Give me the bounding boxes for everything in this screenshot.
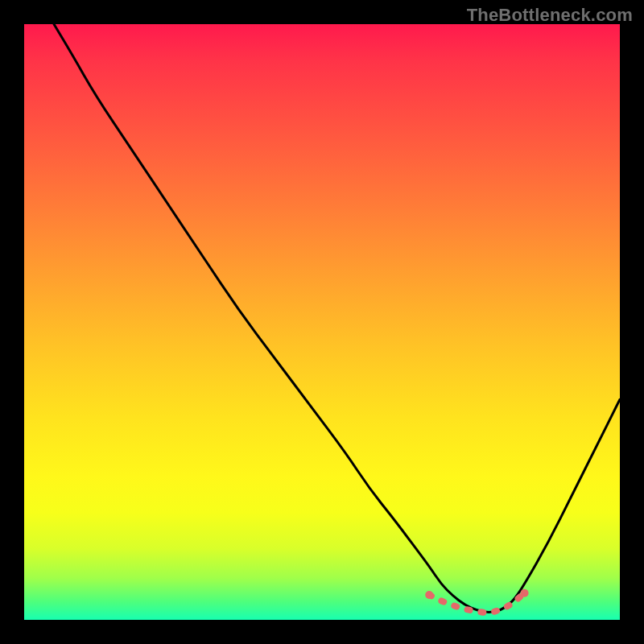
bottleneck-curve [54, 24, 620, 612]
chart-frame: TheBottleneck.com [0, 0, 644, 644]
plot-svg [24, 24, 620, 620]
plot-gradient-area [24, 24, 620, 620]
watermark-text: TheBottleneck.com [467, 5, 633, 26]
marker-dot [425, 591, 433, 599]
marker-dot [521, 589, 529, 597]
